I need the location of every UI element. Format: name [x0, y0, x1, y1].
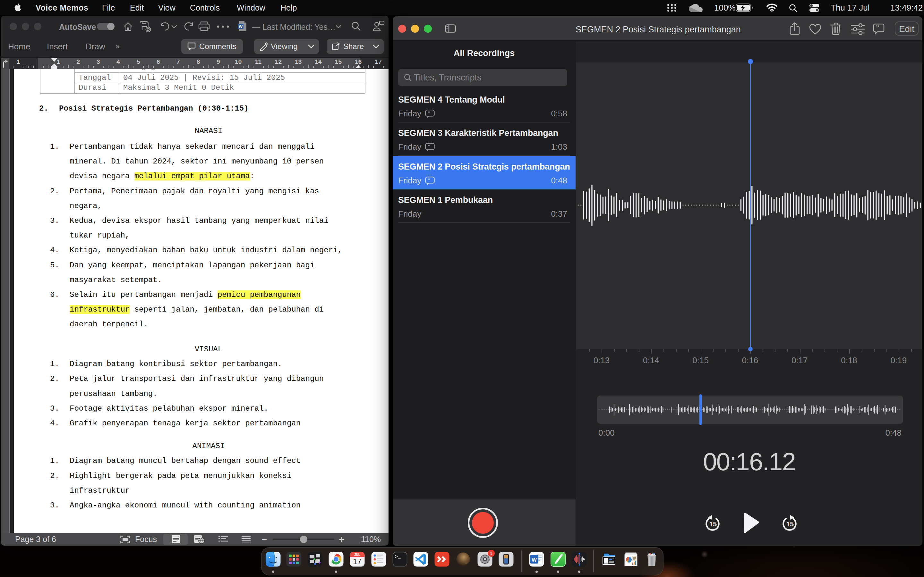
svg-text:17: 17 — [353, 557, 362, 566]
svg-text:”: ” — [428, 177, 430, 183]
svg-text:”: ” — [428, 111, 430, 116]
svg-text:15: 15 — [709, 520, 717, 528]
svg-text:>_: >_ — [395, 554, 401, 560]
svg-text:W: W — [531, 557, 537, 563]
svg-text:W: W — [239, 24, 243, 29]
svg-text:15: 15 — [787, 520, 794, 528]
svg-text:”: ” — [428, 144, 430, 149]
svg-text:JUL: JUL — [354, 553, 360, 556]
svg-text:”: ” — [876, 24, 879, 31]
